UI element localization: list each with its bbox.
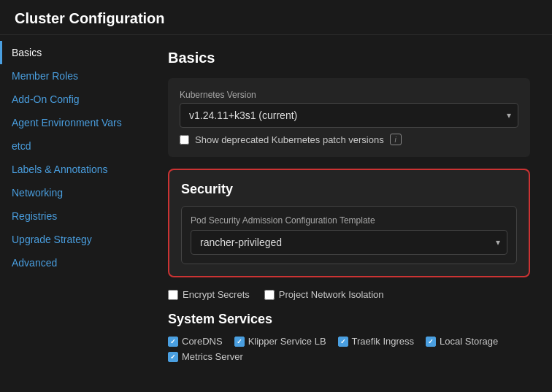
sidebar-item-networking[interactable]: Networking <box>0 181 146 204</box>
basics-section-title: Basics <box>168 50 530 66</box>
services-row-2: Metrics Server <box>168 351 530 362</box>
basics-card: Kubernetes Version v1.24.11+k3s1 (curren… <box>168 78 530 157</box>
services-row-1: CoreDNS Klipper Service LB Traefik Ingre… <box>168 336 530 347</box>
service-klipper: Klipper Service LB <box>234 336 326 347</box>
system-services-section: System Services CoreDNS Klipper Service … <box>168 312 530 362</box>
sidebar-item-advanced[interactable]: Advanced <box>0 251 146 274</box>
traefik-checkbox-icon[interactable] <box>338 337 348 347</box>
encrypt-secrets-label: Encrypt Secrets <box>183 289 250 300</box>
traefik-label: Traefik Ingress <box>352 336 415 347</box>
sidebar-item-registries[interactable]: Registries <box>0 204 146 228</box>
show-deprecated-checkbox[interactable] <box>180 135 189 145</box>
service-metrics-server: Metrics Server <box>168 351 243 362</box>
sidebar-item-etcd[interactable]: etcd <box>0 134 146 158</box>
sidebar-item-agent-env-vars[interactable]: Agent Environment Vars <box>0 111 146 134</box>
pod-security-select[interactable]: rancher-privilegedrancher-restrictedranc… <box>191 230 507 255</box>
pod-security-inner-card: Pod Security Admission Configuration Tem… <box>181 206 517 264</box>
klipper-label: Klipper Service LB <box>248 336 326 347</box>
show-deprecated-label: Show deprecated Kubernetes patch version… <box>195 134 384 145</box>
sidebar-item-labels-annotations[interactable]: Labels & Annotations <box>0 158 146 181</box>
main-content: Basics Kubernetes Version v1.24.11+k3s1 … <box>146 35 552 392</box>
local-storage-checkbox-icon[interactable] <box>426 337 436 347</box>
klipper-checkbox-icon[interactable] <box>234 337 245 347</box>
kubernetes-version-wrapper: Kubernetes Version v1.24.11+k3s1 (curren… <box>180 90 518 128</box>
system-services-title: System Services <box>168 312 530 327</box>
show-deprecated-row: Show deprecated Kubernetes patch version… <box>180 134 518 145</box>
security-section-title: Security <box>181 182 517 197</box>
kubernetes-version-select[interactable]: v1.24.11+k3s1 (current)v1.23.16+k3s1v1.2… <box>180 103 518 128</box>
info-icon[interactable]: i <box>390 134 402 145</box>
project-network-isolation-label: Project Network Isolation <box>279 289 384 300</box>
service-traefik: Traefik Ingress <box>338 336 415 347</box>
encrypt-secrets-item: Encrypt Secrets <box>168 289 250 300</box>
security-checkboxes: Encrypt Secrets Project Network Isolatio… <box>168 289 530 300</box>
sidebar-item-basics[interactable]: Basics <box>0 41 146 64</box>
coredns-label: CoreDNS <box>182 336 223 347</box>
sidebar-item-member-roles[interactable]: Member Roles <box>0 64 146 88</box>
sidebar-item-upgrade-strategy[interactable]: Upgrade Strategy <box>0 228 146 251</box>
project-network-isolation-checkbox[interactable] <box>264 290 275 300</box>
encrypt-secrets-checkbox[interactable] <box>168 290 178 300</box>
coredns-checkbox-icon[interactable] <box>168 337 178 347</box>
security-card: Security Pod Security Admission Configur… <box>168 169 530 277</box>
pod-security-label: Pod Security Admission Configuration Tem… <box>191 215 507 226</box>
page-title: Cluster Configuration <box>0 0 552 35</box>
service-coredns: CoreDNS <box>168 336 223 347</box>
metrics-server-checkbox-icon[interactable] <box>168 352 178 362</box>
local-storage-label: Local Storage <box>440 336 498 347</box>
metrics-server-label: Metrics Server <box>182 351 243 362</box>
project-network-isolation-item: Project Network Isolation <box>264 289 384 300</box>
service-local-storage: Local Storage <box>426 336 498 347</box>
sidebar: Basics Member Roles Add-On Config Agent … <box>0 35 146 392</box>
kubernetes-version-label: Kubernetes Version <box>180 90 518 100</box>
sidebar-item-addon-config[interactable]: Add-On Config <box>0 88 146 111</box>
